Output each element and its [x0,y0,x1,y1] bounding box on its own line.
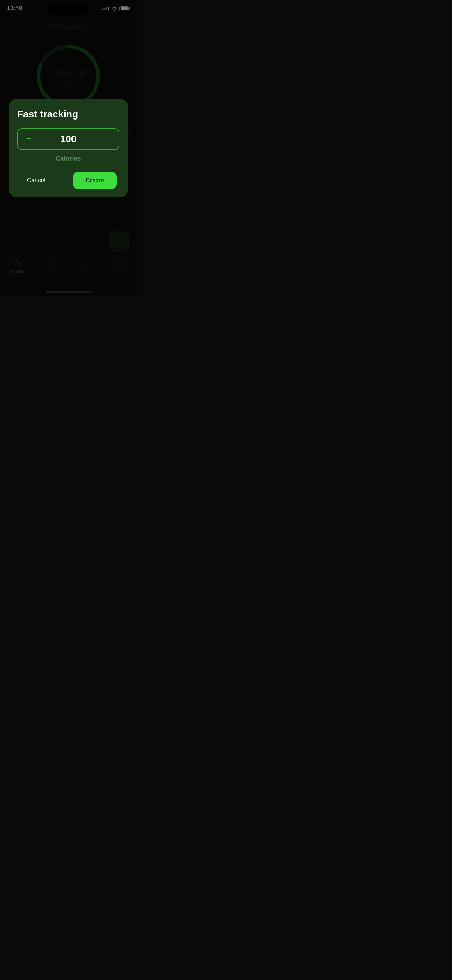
decrement-button[interactable]: − [17,128,40,150]
modal-actions: Cancel Create [17,172,119,189]
stepper-row: − 100 + [17,128,119,150]
modal-overlay: Fast tracking − 100 + Calories Cancel Cr… [0,0,137,296]
create-button[interactable]: Create [73,172,117,189]
cancel-button[interactable]: Cancel [20,173,53,188]
unit-label: Calories [17,155,119,162]
fast-tracking-modal: Fast tracking − 100 + Calories Cancel Cr… [9,99,128,197]
stepper-value[interactable]: 100 [40,128,97,150]
increment-button[interactable]: + [97,128,119,150]
modal-title: Fast tracking [17,109,119,120]
